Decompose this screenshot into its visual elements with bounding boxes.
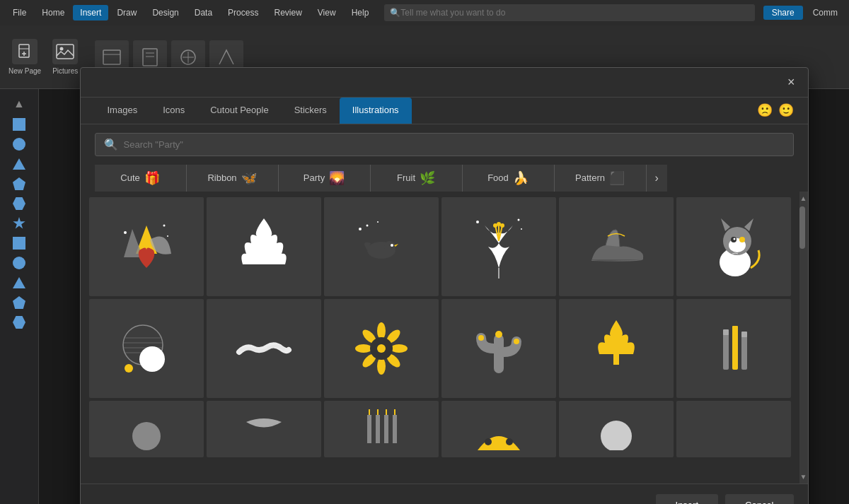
dialog-search: 🔍	[81, 124, 808, 165]
tab-images[interactable]: Images	[95, 98, 151, 124]
illustration-circles[interactable]	[89, 299, 204, 398]
dialog-scrollbar[interactable]: ▲ ▼	[799, 192, 808, 484]
shape-star-1[interactable]	[9, 215, 29, 232]
illustration-lily-flower[interactable]	[441, 197, 556, 296]
menu-review[interactable]: Review	[267, 5, 308, 20]
category-ribbon[interactable]: Ribbon 🦋	[187, 165, 279, 192]
new-page-icon[interactable]	[12, 39, 37, 64]
category-next-button[interactable]: ›	[647, 165, 667, 192]
tab-icons[interactable]: Icons	[150, 98, 197, 124]
dialog-tabs: Images Icons Cutout People Stickers Illu…	[81, 98, 808, 124]
svg-point-16	[124, 231, 127, 234]
menu-data[interactable]: Data	[187, 5, 219, 20]
cute-icon: 🎁	[144, 170, 160, 186]
svg-point-33	[517, 218, 519, 221]
shape-pentagon-2[interactable]	[9, 294, 29, 311]
svg-point-5	[60, 47, 64, 51]
pattern-label: Pattern	[575, 172, 605, 183]
category-food[interactable]: Food 🍌	[463, 165, 555, 192]
svg-point-51	[377, 358, 386, 375]
illustration-bottom-6[interactable]	[676, 401, 791, 457]
svg-rect-72	[367, 415, 371, 443]
illustration-bottom-3[interactable]	[324, 401, 439, 457]
menu-help[interactable]: Help	[345, 5, 376, 20]
shape-triangle-2[interactable]	[9, 274, 29, 291]
category-cute[interactable]: Cute 🎁	[95, 165, 187, 192]
svg-rect-64	[613, 354, 619, 365]
shape-square-2[interactable]	[9, 235, 29, 252]
pictures-icon[interactable]	[52, 39, 78, 64]
shape-square-1[interactable]	[9, 116, 29, 133]
svg-point-53	[391, 344, 408, 353]
illustration-pine-tree-yellow[interactable]	[559, 299, 674, 398]
svg-point-50	[377, 322, 386, 339]
tab-cutout-people[interactable]: Cutout People	[197, 98, 281, 124]
menu-file[interactable]: File	[6, 5, 33, 20]
toolbar-pictures[interactable]: Pictures	[52, 39, 78, 75]
svg-point-61	[495, 331, 502, 338]
share-button[interactable]: Share	[763, 6, 803, 20]
category-pattern[interactable]: Pattern ⬛	[555, 165, 647, 192]
menu-home[interactable]: Home	[35, 5, 71, 20]
ribbon-label: Ribbon	[207, 172, 236, 183]
illustration-bottom-4[interactable]	[441, 401, 556, 457]
category-party[interactable]: Party 🌄	[279, 165, 371, 192]
illustration-bottom-2[interactable]	[207, 401, 321, 457]
shape-circle-2[interactable]	[9, 254, 29, 271]
shape-hexagon-1[interactable]	[9, 195, 29, 212]
dialog-close-button[interactable]: ×	[783, 74, 799, 91]
svg-rect-65	[723, 331, 729, 370]
scrollbar-track[interactable]	[799, 204, 808, 471]
menu-view[interactable]: View	[311, 5, 343, 20]
toolbar-new-page[interactable]: New Page	[8, 39, 41, 75]
shape-circle-1[interactable]	[9, 136, 29, 153]
illustration-shoe[interactable]	[559, 197, 674, 296]
svg-rect-4	[57, 45, 74, 59]
scrollbar-up-button[interactable]: ▲	[799, 193, 808, 204]
shape-triangle-1[interactable]	[9, 156, 29, 172]
svg-point-82	[601, 421, 632, 450]
svg-point-62	[478, 335, 484, 341]
top-search-bar[interactable]: 🔍	[384, 4, 754, 21]
scrollbar-thumb[interactable]	[799, 206, 805, 249]
svg-point-42	[733, 238, 735, 240]
illustration-tree[interactable]	[207, 197, 321, 296]
illustration-bottom-5[interactable]	[559, 401, 674, 457]
menu-draw[interactable]: Draw	[110, 5, 144, 20]
menu-process[interactable]: Process	[221, 5, 265, 20]
illustration-cactus[interactable]	[441, 299, 556, 398]
dialog-search-input[interactable]	[124, 139, 785, 150]
emoji-smiley-1[interactable]: 🙁	[757, 102, 773, 118]
illustration-bottom-1[interactable]	[89, 401, 204, 457]
svg-point-48	[139, 346, 165, 372]
insert-button[interactable]: Insert	[656, 494, 719, 505]
emoji-smiley-2[interactable]: 🙂	[778, 102, 794, 118]
tab-illustrations[interactable]: Illustrations	[340, 98, 412, 124]
category-fruit[interactable]: Fruit 🌿	[371, 165, 463, 192]
sidebar-nav-up[interactable]: ▲	[11, 95, 28, 113]
illustration-sunflower[interactable]	[324, 299, 439, 398]
cancel-button[interactable]: Cancel	[725, 494, 793, 505]
top-search-input[interactable]	[400, 8, 749, 18]
menu-design[interactable]: Design	[145, 5, 185, 20]
illustration-bird[interactable]	[324, 197, 439, 296]
illustration-ribbon-stroke[interactable]	[207, 299, 321, 398]
shape-pentagon-1[interactable]	[9, 175, 29, 192]
search-wrapper[interactable]: 🔍	[95, 133, 794, 156]
svg-point-41	[739, 237, 745, 242]
illustration-cute-shapes[interactable]	[89, 197, 204, 296]
svg-marker-39	[744, 218, 753, 231]
left-sidebar: ▲	[0, 89, 39, 504]
fruit-icon: 🌿	[420, 170, 435, 186]
fruit-label: Fruit	[397, 172, 415, 183]
scrollbar-down-button[interactable]: ▼	[799, 471, 808, 482]
svg-point-80	[485, 438, 492, 445]
shape-hexagon-2[interactable]	[9, 314, 29, 331]
illustration-pencils[interactable]	[676, 299, 791, 398]
menu-insert[interactable]: Insert	[73, 5, 108, 20]
tab-stickers[interactable]: Stickers	[282, 98, 340, 124]
svg-point-20	[384, 241, 395, 252]
illustration-cat[interactable]	[676, 197, 791, 296]
svg-point-32	[476, 221, 479, 223]
comm-button[interactable]: Comm	[807, 6, 843, 20]
